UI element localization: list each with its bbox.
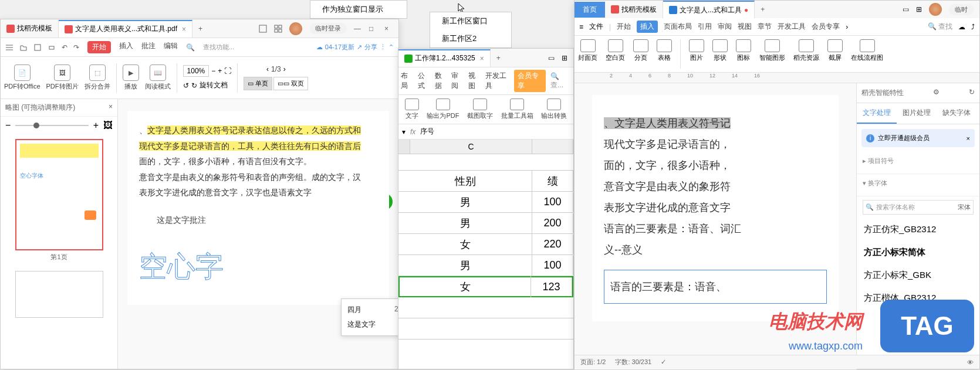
more-icon[interactable]: ⋮ [380, 43, 386, 51]
table-row[interactable]: 女123 [398, 276, 573, 297]
open-icon[interactable] [19, 43, 28, 52]
tab-home[interactable]: 首页 [575, 2, 605, 18]
formula-input[interactable]: 序号 [420, 127, 434, 137]
vip-banner[interactable]: i 立即开通超级会员 × [861, 129, 975, 147]
next-page-icon[interactable]: › [283, 65, 286, 73]
avatar[interactable] [929, 3, 942, 16]
shape-button[interactable]: 形状 [712, 39, 728, 69]
export-pdf-tool[interactable]: 输出为PDF [427, 99, 459, 120]
selected-text[interactable]: 、文字是人类用表义符号记 [604, 117, 731, 129]
menu-edit[interactable]: 编辑 [164, 41, 178, 53]
menu-review[interactable]: 审阅 [451, 71, 464, 91]
cell[interactable]: 女 [398, 234, 532, 255]
share-label[interactable]: 分享 [364, 43, 377, 52]
doc-search[interactable]: 🔍 查找 [928, 22, 952, 32]
play-button[interactable]: ▶播放 [123, 65, 139, 91]
font-search-input[interactable]: 🔍 搜索字体名称 宋体 [863, 200, 974, 215]
zoom-out-icon[interactable]: − [211, 67, 215, 75]
undo-icon[interactable]: ↶ [62, 43, 67, 52]
zoom-in-icon[interactable]: + [218, 67, 222, 75]
minimize-button[interactable]: — [354, 25, 362, 33]
highlighted-text[interactable]: 文字是人类用表义符号记录表达信息以传之，久远的方式和 [147, 125, 361, 135]
xls-search[interactable]: 🔍 查... [550, 72, 571, 90]
menu-ref[interactable]: 引用 [698, 22, 712, 32]
fx-icon[interactable]: fx [410, 128, 415, 136]
section-bullets[interactable]: ▸ 项目符号 [863, 157, 974, 165]
col-header-d[interactable] [532, 140, 573, 154]
new-tab-button[interactable]: + [755, 5, 771, 13]
ocr-tool[interactable]: 截图取字 [467, 99, 493, 120]
annotation-anchor[interactable]: 这是文字批注 [157, 212, 206, 228]
menu-insert[interactable]: 插入 [637, 21, 658, 33]
convert-tool[interactable]: 输出转换 [541, 99, 567, 120]
ctx-item-standalone[interactable]: 作为独立窗口显示 [310, 1, 407, 18]
tab-workbook[interactable]: 工作簿1.2...435325 × [398, 49, 491, 67]
chevron-icon[interactable]: › [846, 23, 848, 31]
single-page-button[interactable]: ▭ 单页 [244, 77, 272, 90]
doc-page[interactable]: 、文字是人类用表义符号记 现代文字多是记录语言的， 面的，文字，很多小语种， 意… [592, 95, 839, 321]
prev-page-icon[interactable]: ‹ [266, 65, 269, 73]
status-words[interactable]: 字数: 30/231 [615, 358, 651, 366]
picture-button[interactable]: 图片 [689, 39, 704, 69]
cell[interactable]: 性别 [398, 171, 532, 192]
menu-data[interactable]: 数据 [435, 71, 447, 91]
gear-icon[interactable]: ⚙ [933, 88, 940, 98]
cell[interactable]: 男 [398, 213, 532, 234]
menu-pagelayout[interactable]: 页面布局 [664, 22, 692, 32]
grid-icon[interactable]: ⊞ [916, 5, 922, 13]
col-header-c[interactable]: C [410, 140, 532, 154]
table-row[interactable]: 女220 [398, 234, 573, 255]
vip-tab[interactable]: 会员专享 [514, 70, 546, 92]
ctx-item-newws[interactable]: 新工作区窗口 [430, 12, 511, 30]
cell[interactable]: 220 [532, 235, 573, 254]
close-button[interactable]: × [384, 25, 393, 33]
layout-icon[interactable] [259, 25, 267, 33]
table-row[interactable] [398, 318, 573, 340]
maximize-button[interactable]: □ [369, 25, 377, 33]
fit-icon[interactable]: ⛶ [224, 67, 231, 75]
view-icon[interactable]: 👁 [967, 359, 974, 366]
file-menu[interactable]: 文件 [589, 22, 603, 32]
table-row[interactable]: 男100 [398, 192, 573, 213]
login-button[interactable]: 临时 [949, 4, 974, 15]
thumb-size-slider[interactable] [15, 125, 88, 126]
blank-page-button[interactable]: 空白页 [606, 39, 625, 69]
side-tab-text[interactable]: 文字处理 [857, 103, 897, 124]
table-header-row[interactable]: 性别 绩 [398, 171, 573, 192]
menu-insert[interactable]: 插入 [119, 41, 133, 53]
menu-review[interactable]: 审阅 [718, 22, 732, 32]
name-box-icon[interactable]: ▾ [402, 128, 405, 136]
text-tool[interactable]: 文字 [405, 99, 419, 120]
double-page-button[interactable]: ▭▭ 双页 [273, 77, 308, 90]
font-option[interactable]: 方正小标宋_GBK [857, 264, 979, 287]
ruler[interactable]: 246810121416 [575, 73, 979, 83]
cloud-icon[interactable]: ☁ [958, 23, 965, 31]
docer-res-button[interactable]: 稻壳资源 [793, 39, 819, 69]
read-mode-button[interactable]: 📖阅读模式 [145, 65, 171, 91]
refresh-icon[interactable]: ↻ [969, 88, 975, 98]
cell[interactable]: 100 [532, 192, 573, 212]
menu-layout[interactable]: 布局 [401, 71, 413, 91]
spellcheck-icon[interactable]: ✓ [661, 358, 666, 366]
zoom-out-icon[interactable]: − [5, 120, 11, 131]
close-icon[interactable]: × [480, 55, 484, 63]
redo-icon[interactable]: ↷ [73, 43, 79, 52]
share-icon[interactable]: ⤴ [971, 23, 975, 31]
cell[interactable]: 绩 [532, 171, 573, 192]
search-icon[interactable]: 🔍 [186, 43, 195, 52]
side-tab-image[interactable]: 图片处理 [897, 103, 937, 124]
tab-template[interactable]: 找稻壳模板 [1, 20, 59, 38]
tab-document[interactable]: 文字是人...式和工具● [663, 1, 755, 18]
side-tab-fonts[interactable]: 缺失字体 [937, 103, 976, 124]
menu-chapter[interactable]: 章节 [758, 22, 772, 32]
save-icon[interactable] [33, 43, 42, 52]
table-row[interactable]: 男100 [398, 255, 573, 276]
ctx-item-newws2[interactable]: 新工作区2 [430, 30, 511, 47]
pdf-to-image-button[interactable]: 🖼PDF转图片 [46, 65, 79, 91]
smartart-button[interactable]: 智能图形 [759, 39, 785, 69]
avatar[interactable] [289, 22, 302, 35]
grid-icon[interactable]: ⊞ [562, 54, 567, 62]
status-page[interactable]: 页面: 1/2 [580, 358, 606, 366]
cell[interactable]: 男 [398, 255, 532, 276]
section-fonts[interactable]: ▾ 换字体 [863, 179, 974, 188]
